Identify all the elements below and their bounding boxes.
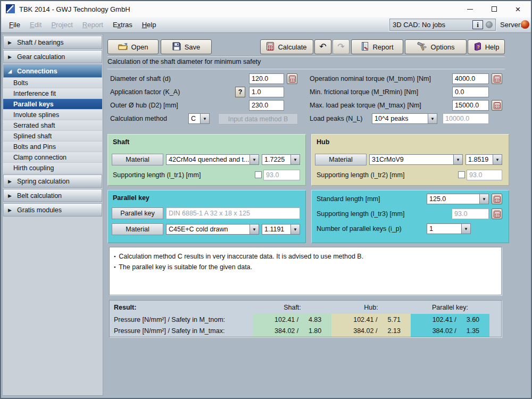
menu-help[interactable]: Help — [137, 21, 161, 29]
hub-support-length-checkbox[interactable] — [458, 171, 465, 178]
calculator-icon — [494, 196, 501, 203]
save-button[interactable]: Save — [161, 39, 212, 54]
parallel-key-dimensions-panel: Standard length [mm] 125.0 ▼ Supporting … — [311, 190, 509, 243]
calculation-method-select[interactable]: C ▼ — [188, 113, 210, 124]
options-button[interactable]: Options — [405, 39, 467, 54]
peak-torque-calc-button[interactable] — [492, 100, 502, 111]
tools-icon — [417, 42, 427, 52]
diameter-input[interactable] — [249, 73, 284, 84]
minimize-button[interactable] — [458, 1, 482, 17]
parallel-key-button[interactable]: Parallel key — [112, 207, 163, 219]
chevron-down-icon: ▼ — [479, 194, 488, 204]
shaft-support-length-checkbox[interactable] — [255, 171, 262, 178]
calculator-icon — [267, 42, 274, 52]
menu-bar: File Edit Project Report Extras Help 3D … — [1, 17, 531, 33]
hub-material-select[interactable]: 31CrMoV9 ▼ — [369, 154, 463, 165]
hub-support-length-input — [467, 170, 502, 180]
chevron-right-icon: ▶ — [8, 193, 13, 198]
close-icon: × — [516, 5, 521, 14]
page-title: Calculation of the shaft diameter for mi… — [107, 58, 261, 65]
menu-extras[interactable]: Extras — [108, 21, 137, 29]
open-button[interactable]: Open — [107, 39, 159, 54]
key-support-length-calc-button[interactable] — [492, 209, 502, 219]
chevron-down-icon: ▼ — [250, 225, 259, 234]
chevron-right-icon: ▶ — [8, 54, 13, 60]
key-material-button[interactable]: Material — [112, 223, 163, 235]
load-peaks-select[interactable]: 10^4 peaks ▼ — [372, 113, 437, 124]
results-row-label-tmax: Pressure [N/mm²] / Safety in M_tmax: — [114, 325, 225, 336]
frictional-torque-label: Min. frictional torque (M_tRmin) [Nm] — [310, 88, 418, 96]
sidebar-section-gear-calculation[interactable]: ▶Gear calculation — [3, 50, 102, 63]
hub-material-button[interactable]: Material — [315, 154, 367, 165]
close-button[interactable]: × — [506, 1, 530, 17]
sidebar-section-connections[interactable]: ◢Connections — [3, 64, 102, 78]
standard-length-select[interactable]: 125.0 ▼ — [427, 194, 489, 204]
sidebar-item-interference-fit[interactable]: Interference fit — [3, 88, 102, 99]
sidebar-section-shaft-bearings[interactable]: ▶Shaft / bearings — [3, 36, 102, 49]
shaft-support-length-input — [263, 170, 300, 180]
key-material-number-select[interactable]: 1.1191 ▼ — [262, 224, 300, 235]
application-factor-help-button[interactable]: ? — [235, 87, 245, 97]
calculate-button[interactable]: Calculate — [260, 39, 313, 54]
sidebar: ▶Shaft / bearings ▶Gear calculation ◢Con… — [2, 34, 103, 396]
sidebar-item-serrated-shaft[interactable]: Serrated shaft — [3, 120, 102, 131]
chevron-down-icon: ▼ — [493, 155, 502, 164]
chevron-down-icon: ▼ — [250, 155, 259, 164]
shaft-panel-title: Shaft — [113, 138, 129, 146]
sidebar-section-belt-calculation[interactable]: ▶Belt calculation — [3, 189, 102, 202]
sidebar-item-involute-splines[interactable]: Involute splines — [3, 110, 102, 120]
nominal-torque-calc-button[interactable] — [492, 73, 502, 84]
menu-edit: Edit — [25, 21, 46, 29]
shaft-material-select[interactable]: 42CrMo4 quenched and t... ▼ — [166, 154, 259, 165]
shaft-support-length-label: Supporting length (l_tr1) [mm] — [113, 171, 201, 179]
sidebar-item-splined-shaft[interactable]: Splined shaft — [3, 131, 102, 142]
results-col-hub: Hub: — [331, 304, 411, 311]
sidebar-item-bolts[interactable]: Bolts — [3, 78, 102, 88]
hub-material-number-select[interactable]: 1.8519 ▼ — [466, 154, 502, 165]
info-icon[interactable]: i — [472, 20, 483, 29]
calculator-icon — [289, 76, 296, 82]
report-button[interactable]: Report — [351, 39, 403, 54]
outer-hub-input[interactable] — [249, 100, 284, 111]
shaft-material-button[interactable]: Material — [112, 154, 163, 165]
sidebar-section-spring-calculation[interactable]: ▶Spring calculation — [3, 174, 102, 188]
menu-file[interactable]: File — [4, 21, 25, 29]
nominal-torque-input[interactable] — [452, 73, 489, 84]
application-factor-input[interactable] — [249, 87, 284, 97]
title-bar: TBK 2014 - GWJ Technology GmbH × — [1, 1, 531, 17]
window-controls: × — [458, 1, 530, 17]
cad-status-text: 3D CAD: No jobs — [393, 21, 445, 29]
chevron-right-icon: ▶ — [8, 179, 13, 184]
standard-length-calc-button[interactable] — [492, 194, 502, 204]
sidebar-item-parallel-keys[interactable]: Parallel keys — [3, 99, 102, 110]
chevron-down-icon: ▼ — [290, 155, 300, 164]
shaft-material-number-select[interactable]: 1.7225 ▼ — [262, 154, 300, 165]
calculator-icon — [494, 211, 501, 218]
frictional-torque-input[interactable] — [452, 87, 489, 97]
help-button[interactable]: ? Help — [468, 39, 505, 54]
toolbar-separator — [107, 56, 505, 57]
sidebar-item-bolts-and-pins[interactable]: Bolts and Pins — [3, 142, 102, 152]
application-factor-label: Application factor (K_A) — [110, 88, 180, 96]
cad-status-box: 3D CAD: No jobs i — [389, 19, 496, 31]
open-folder-icon — [118, 43, 128, 52]
diameter-calc-button[interactable] — [287, 73, 297, 84]
menu-report: Report — [78, 21, 108, 29]
server-label: Server: — [500, 21, 522, 29]
hub-panel-title: Hub — [317, 138, 329, 146]
server-status-icon — [521, 20, 529, 29]
chevron-down-icon: ▼ — [290, 225, 300, 234]
chevron-right-icon: ▶ — [8, 40, 13, 45]
bullet-icon: ▪ — [114, 251, 115, 262]
maximize-button[interactable] — [482, 1, 506, 17]
message-item: ▪The parallel key is suitable for the gi… — [114, 262, 497, 272]
results-col-shaft: Shaft: — [253, 304, 331, 311]
peak-torque-label: Max. load peak torque (M_tmax) [Nm] — [310, 102, 421, 109]
sidebar-item-clamp-connection[interactable]: Clamp connection — [3, 152, 102, 163]
sidebar-item-hirth-coupling[interactable]: Hirth coupling — [3, 163, 102, 173]
peak-torque-input[interactable] — [452, 100, 489, 111]
sidebar-section-gratis-modules[interactable]: ▶Gratis modules — [3, 203, 102, 217]
undo-button[interactable]: ↶ — [314, 39, 331, 54]
key-count-select[interactable]: 1 ▼ — [427, 223, 471, 234]
key-material-select[interactable]: C45E+C cold drawn ▼ — [166, 224, 259, 235]
